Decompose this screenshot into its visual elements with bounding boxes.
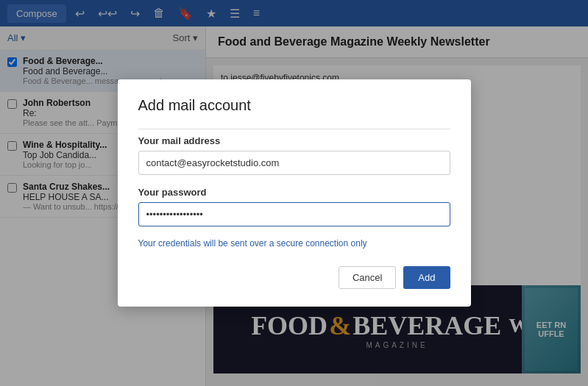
modal-divider (138, 129, 450, 129)
password-input[interactable] (138, 202, 450, 226)
password-form-group: Your password (138, 187, 450, 226)
email-form-group: Your mail address (138, 135, 450, 175)
email-input[interactable] (138, 151, 450, 175)
security-note: Your credentials will be sent over a sec… (138, 238, 450, 249)
add-mail-account-modal: Add mail account Your mail address Your … (118, 79, 471, 307)
cancel-button[interactable]: Cancel (339, 266, 396, 289)
email-label: Your mail address (138, 135, 450, 146)
modal-title: Add mail account (138, 97, 450, 114)
modal-actions: Cancel Add (138, 266, 450, 289)
add-button[interactable]: Add (403, 266, 450, 289)
password-label: Your password (138, 187, 450, 198)
modal-overlay: Add mail account Your mail address Your … (0, 0, 588, 386)
